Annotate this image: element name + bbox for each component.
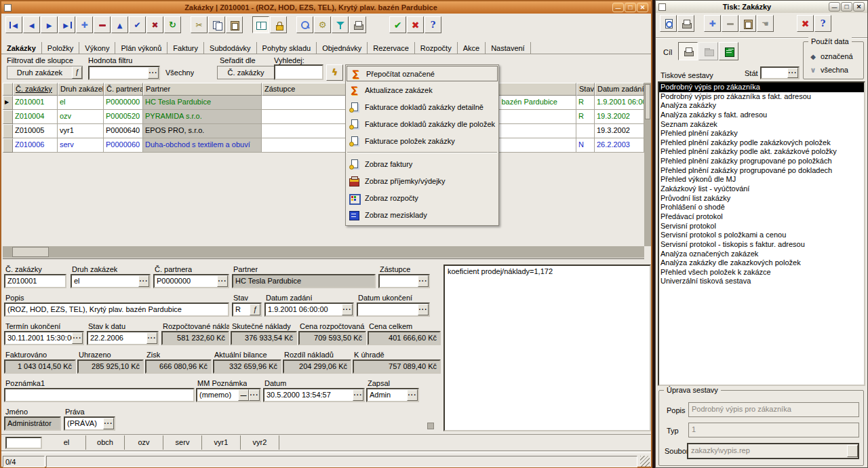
cell-order-number[interactable]: Z010001 xyxy=(13,96,58,110)
description-field[interactable]: (ROZ, HOD, EZS, TEL), Krytý plav. bazén … xyxy=(4,303,229,317)
refresh-button[interactable] xyxy=(164,16,181,33)
entry-date-field[interactable]: 1.9.2001 06:00:00 xyxy=(264,303,354,317)
report-item[interactable]: Analýza zakázky xyxy=(659,101,864,111)
x2-button[interactable] xyxy=(407,16,424,33)
column-header[interactable]: Č. zakázky xyxy=(13,83,58,96)
first-button[interactable] xyxy=(5,16,22,33)
row-selector[interactable] xyxy=(3,110,13,124)
print-button[interactable] xyxy=(349,16,366,33)
note1-field[interactable] xyxy=(4,388,195,402)
cancel-button[interactable] xyxy=(146,16,163,33)
type-tab[interactable]: serv xyxy=(163,435,202,450)
main-tab[interactable]: Položky xyxy=(42,42,80,54)
row-selector[interactable] xyxy=(3,124,13,138)
order-type-field[interactable]: el xyxy=(71,274,151,288)
report-item[interactable]: Analýza zakázky dle zakazkových položek xyxy=(659,258,864,268)
report-item[interactable]: Přehled plnění zakázky xyxy=(659,129,864,138)
last-button[interactable] xyxy=(58,16,75,33)
status-date-field[interactable]: 22.2.2006 xyxy=(87,331,159,345)
cell-partner-number[interactable]: P0000520 xyxy=(104,110,143,124)
recorded-by-field[interactable]: Admin xyxy=(366,388,419,402)
register-button[interactable]: Zobraz příjemky/výdejky xyxy=(346,172,498,189)
combo-dropdown-icon[interactable] xyxy=(72,66,82,79)
column-header[interactable]: Datum zadání xyxy=(595,83,644,96)
close-button[interactable] xyxy=(637,3,648,12)
memo-note-field[interactable]: (mmemo) xyxy=(196,388,261,402)
report-item[interactable]: Přehled výkonů dle MJ xyxy=(659,175,864,184)
ellipsis-button[interactable] xyxy=(217,275,228,287)
report-item[interactable]: Podrobný výpis pro zákazníka s fakt. adr… xyxy=(659,92,864,102)
table-row[interactable]: Z010006 serv P0000060 Duha-obchod s text… xyxy=(3,138,644,153)
ellipsis-button[interactable] xyxy=(249,389,260,401)
cell-partner[interactable]: EPOS PRO, s.r.o. xyxy=(143,124,262,138)
report-item[interactable]: Přehled plnění zakázky progrupované po p… xyxy=(659,157,864,166)
main-tab[interactable]: Akce xyxy=(458,42,486,54)
scrollbar-thumb[interactable] xyxy=(12,247,49,257)
print-button[interactable] xyxy=(678,42,698,60)
ellipsis-button[interactable] xyxy=(407,389,418,401)
minimize-button[interactable] xyxy=(612,3,624,12)
combo-dropdown-icon[interactable] xyxy=(250,304,260,315)
filter-button[interactable] xyxy=(332,16,349,33)
cell-partner-number[interactable]: P0000640 xyxy=(104,124,143,138)
row-selector[interactable]: ▶ xyxy=(3,96,13,110)
maximize-button[interactable] xyxy=(625,3,636,12)
type-tab[interactable]: ozv xyxy=(125,435,163,450)
lock-button[interactable] xyxy=(270,16,287,33)
splitter-grip[interactable] xyxy=(427,423,434,429)
cell-partner[interactable]: HC Tesla Pardubice xyxy=(143,96,262,110)
cell-status[interactable] xyxy=(576,124,595,138)
report-list[interactable]: Podrobný výpis pro zákazníkaPodrobný výp… xyxy=(658,81,865,386)
docs-button[interactable]: Fakturace dokladů zakázky detailně xyxy=(346,98,498,115)
ellipsis-button[interactable] xyxy=(787,68,798,78)
ellipsis-button[interactable] xyxy=(148,67,159,79)
delete-button[interactable] xyxy=(94,16,111,33)
cell-date[interactable]: 26.2.2003 xyxy=(595,138,644,153)
book-button[interactable] xyxy=(252,16,269,33)
report-item[interactable]: Servisní protokol xyxy=(659,222,864,231)
close-button[interactable] xyxy=(853,2,865,12)
report-item[interactable]: Přehled plnění zakázky progrupované po d… xyxy=(659,166,864,176)
report-item[interactable]: Servisní protokol s položkami a cenou xyxy=(659,231,864,240)
report-item[interactable]: Servisní protokol - tiskopis s faktur. a… xyxy=(659,240,864,250)
main-tab[interactable]: Plán výkonů xyxy=(115,42,167,54)
hand-button[interactable] xyxy=(757,15,774,32)
copy-button[interactable] xyxy=(208,16,225,33)
help-button[interactable] xyxy=(425,16,441,33)
edit-button[interactable] xyxy=(111,16,128,33)
ellipsis-button[interactable] xyxy=(72,332,83,344)
filter-column-combo[interactable]: Druh zakázek xyxy=(7,66,83,79)
cell-status[interactable]: R xyxy=(576,110,595,124)
cell-order-type[interactable]: vyr1 xyxy=(58,124,104,138)
type-tab[interactable]: vyr1 xyxy=(202,435,241,450)
ellipsis-button[interactable] xyxy=(138,275,149,287)
end-date-field[interactable] xyxy=(357,303,430,317)
cell-partner[interactable]: PYRAMIDA s.r.o. xyxy=(143,110,262,124)
cell-status[interactable]: N xyxy=(576,138,595,153)
main-tab[interactable]: Rozpočty xyxy=(415,42,458,54)
main-tab[interactable]: Subdodávky xyxy=(204,42,257,54)
report-item[interactable]: Prohlášení o shodě xyxy=(659,203,864,212)
ellipsis-button[interactable] xyxy=(353,389,363,401)
table-row[interactable]: Z010005 vyr1 P0000640 EPOS PRO, s.r.o. 1… xyxy=(3,124,644,138)
cut-button[interactable] xyxy=(191,16,208,33)
x2-button[interactable] xyxy=(797,15,814,32)
state-input[interactable] xyxy=(760,66,800,79)
cell-status[interactable]: R xyxy=(576,96,595,110)
deadline-field[interactable]: 30.11.2001 15:30:00 xyxy=(4,331,84,345)
ellipsis-button[interactable] xyxy=(418,275,429,287)
main-tab[interactable]: Nastavení xyxy=(486,42,531,54)
main-tab[interactable]: Objednávky xyxy=(317,42,368,54)
representative-field[interactable] xyxy=(378,274,430,288)
report-item[interactable]: Podrobný výpis pro zákazníka xyxy=(659,83,864,92)
cell-date[interactable]: 1.9.2001 06:00:00 xyxy=(595,96,644,110)
type-filter-box[interactable] xyxy=(5,437,42,449)
report-item[interactable]: Analýza označených zakázek xyxy=(659,250,864,259)
main-titlebar[interactable]: Zakázky | Z010001 - (ROZ, HOD, EZS, TEL)… xyxy=(1,1,651,14)
column-header[interactable]: Partner xyxy=(143,83,262,96)
horizontal-scrollbar[interactable] xyxy=(3,246,644,258)
sigma-button[interactable]: Aktualizace zakázek xyxy=(346,81,498,98)
type-tab[interactable]: el xyxy=(47,435,86,450)
report-item[interactable]: Analýza zakázky s fakt. adresou xyxy=(659,111,864,120)
ellipsis-button[interactable] xyxy=(146,332,157,344)
